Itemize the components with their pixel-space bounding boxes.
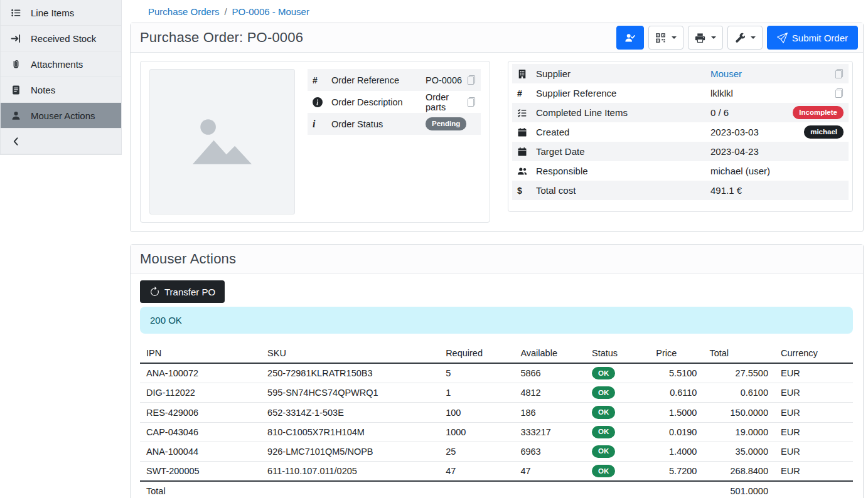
cell-required: 5 bbox=[439, 363, 514, 383]
admin-button[interactable] bbox=[616, 26, 644, 50]
purchase-order-panel-header: Purchase Order: PO-0006 bbox=[131, 23, 863, 53]
column-header-currency: Currency bbox=[774, 346, 853, 363]
cell-currency: EUR bbox=[774, 363, 853, 383]
cell-price: 5.5100 bbox=[650, 363, 703, 383]
column-header-sku: SKU bbox=[261, 346, 439, 363]
order-details: # Order Reference PO-0006 Order Descri bbox=[131, 53, 863, 231]
target-date-row: Target Date 2023-04-23 bbox=[512, 142, 849, 161]
cell-ipn: CAP-043046 bbox=[140, 422, 261, 442]
supplier-row: Supplier Mouser bbox=[512, 64, 849, 83]
table-row: ANA-100072250-72981KLRATR150B355866OK5.5… bbox=[140, 363, 853, 383]
hash-icon: # bbox=[517, 88, 536, 98]
cell-ipn: RES-429006 bbox=[140, 403, 261, 422]
order-description-row: Order Description Order parts bbox=[308, 91, 481, 113]
note-icon bbox=[11, 85, 22, 95]
cell-status: OK bbox=[586, 422, 650, 442]
cell-ipn: ANA-100044 bbox=[140, 442, 261, 461]
field-value: 2023-04-23 bbox=[710, 146, 844, 157]
cell-sku: 595-SN74HCS74QPWRQ1 bbox=[261, 383, 439, 403]
cell-currency: EUR bbox=[774, 462, 853, 482]
column-header-available: Available bbox=[514, 346, 586, 363]
sidebar-item-mouser-actions[interactable]: Mouser Actions bbox=[1, 103, 121, 129]
order-actions-button[interactable] bbox=[727, 26, 763, 50]
order-status-row: i Order Status Pending bbox=[308, 113, 481, 135]
cell-ipn: DIG-112022 bbox=[140, 383, 261, 403]
cell-required: 47 bbox=[439, 462, 514, 482]
field-label: Total cost bbox=[536, 185, 710, 196]
sidebar-item-label: Line Items bbox=[31, 8, 74, 18]
sidebar: Line Items Received Stock Attachments No… bbox=[0, 0, 122, 498]
breadcrumb: Purchase Orders / PO-0006 - Mouser bbox=[130, 5, 864, 23]
purchase-order-panel: Purchase Order: PO-0006 bbox=[130, 23, 864, 232]
caret-down-icon bbox=[711, 36, 716, 39]
cell-total: 27.5500 bbox=[703, 363, 774, 383]
column-header-ipn: IPN bbox=[140, 346, 261, 363]
order-summary-table: # Order Reference PO-0006 Order Descri bbox=[308, 69, 481, 135]
total-cost-row: $ Total cost 491.1 € bbox=[512, 181, 849, 200]
supplier-link[interactable]: Mouser bbox=[710, 68, 742, 79]
hash-icon: # bbox=[313, 75, 331, 85]
copy-icon[interactable] bbox=[466, 75, 476, 85]
building-icon bbox=[517, 69, 536, 79]
mouser-actions-panel: Mouser Actions Transfer PO 200 OK bbox=[130, 244, 864, 498]
caret-down-icon bbox=[751, 36, 756, 39]
parts-table-footer-row: Total 501.0000 bbox=[140, 481, 853, 498]
sidebar-collapse-button[interactable] bbox=[1, 129, 121, 154]
cell-status: OK bbox=[586, 462, 650, 482]
cell-price: 1.4000 bbox=[650, 442, 703, 461]
responsible-row: Responsible michael (user) bbox=[512, 161, 849, 181]
sidebar-item-notes[interactable]: Notes bbox=[1, 77, 121, 103]
mouser-actions-title: Mouser Actions bbox=[140, 251, 236, 267]
copy-icon[interactable] bbox=[834, 88, 844, 98]
status-ok-badge: OK bbox=[592, 367, 615, 379]
submit-order-button[interactable]: Submit Order bbox=[767, 26, 858, 50]
footer-total-value: 501.0000 bbox=[703, 481, 774, 498]
cell-ipn: SWT-200005 bbox=[140, 462, 261, 482]
cell-required: 25 bbox=[439, 442, 514, 461]
info-circle-icon bbox=[313, 97, 331, 107]
sidebar-item-received-stock[interactable]: Received Stock bbox=[1, 26, 121, 51]
order-image-placeholder[interactable] bbox=[149, 69, 295, 215]
transfer-po-button[interactable]: Transfer PO bbox=[140, 280, 225, 303]
breadcrumb-separator: / bbox=[224, 6, 227, 17]
cell-currency: EUR bbox=[774, 442, 853, 461]
sidebar-item-line-items[interactable]: Line Items bbox=[1, 0, 121, 26]
status-ok-badge: OK bbox=[592, 445, 615, 458]
image-icon bbox=[187, 107, 257, 177]
cell-available: 5866 bbox=[514, 363, 586, 383]
sidebar-item-label: Received Stock bbox=[31, 33, 96, 44]
table-row: DIG-112022595-SN74HCS74QPWRQ114812OK0.61… bbox=[140, 383, 853, 403]
cell-available: 186 bbox=[514, 403, 586, 422]
cell-available: 47 bbox=[514, 462, 586, 482]
barcode-actions-button[interactable] bbox=[648, 26, 683, 50]
field-label: Supplier bbox=[536, 68, 710, 79]
cell-available: 4812 bbox=[514, 383, 586, 403]
user-check-icon bbox=[624, 33, 635, 43]
cell-price: 1.5000 bbox=[650, 403, 703, 422]
field-label: Order Status bbox=[331, 119, 426, 129]
sidebar-list: Line Items Received Stock Attachments No… bbox=[0, 0, 122, 155]
copy-icon[interactable] bbox=[466, 97, 476, 107]
sidebar-item-label: Attachments bbox=[31, 59, 83, 70]
column-header-price: Price bbox=[650, 346, 703, 363]
cell-total: 0.6100 bbox=[703, 383, 774, 403]
field-label: Responsible bbox=[536, 166, 710, 176]
list-check-icon bbox=[517, 108, 536, 118]
cell-ipn: ANA-100072 bbox=[140, 363, 261, 383]
breadcrumb-link-purchase-orders[interactable]: Purchase Orders bbox=[148, 6, 219, 17]
refresh-icon bbox=[149, 287, 160, 297]
cell-sku: 810-C1005X7R1H104M bbox=[261, 422, 439, 442]
cell-currency: EUR bbox=[774, 422, 853, 442]
field-value: michael (user) bbox=[710, 166, 844, 176]
field-label: Order Description bbox=[331, 97, 426, 107]
field-label: Completed Line Items bbox=[536, 107, 710, 118]
sidebar-item-attachments[interactable]: Attachments bbox=[1, 51, 121, 77]
breadcrumb-link-current[interactable]: PO-0006 - Mouser bbox=[232, 6, 309, 17]
supplier-details-card: Supplier Mouser # Supplier Reference lkl… bbox=[508, 61, 853, 212]
print-actions-button[interactable] bbox=[688, 26, 723, 50]
table-row: CAP-043046810-C1005X7R1H104M1000333217OK… bbox=[140, 422, 853, 442]
copy-icon[interactable] bbox=[834, 69, 844, 78]
cell-price: 0.6110 bbox=[650, 383, 703, 403]
dollar-icon: $ bbox=[517, 186, 536, 196]
paperclip-icon bbox=[11, 59, 22, 70]
